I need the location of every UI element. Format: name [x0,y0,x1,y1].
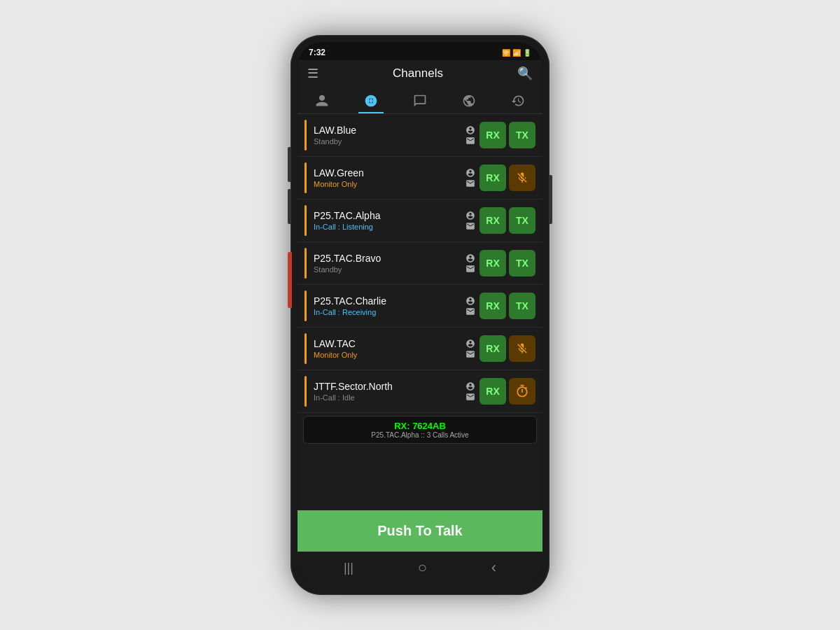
channel-controls: RXTX [465,250,536,276]
menu-button[interactable]: ☰ [307,66,318,81]
channel-info: JTTF.Sector.NorthIn-Call : Idle [314,381,461,402]
channel-accent-bar [304,120,307,150]
envelope-icon [465,308,475,316]
channel-info: P25.TAC.CharlieIn-Call : Receiving [314,295,461,316]
channel-controls: RXTX [465,207,536,234]
channel-controls: RX [465,378,536,405]
active-call-bar: RX: 7624AB P25.TAC.Alpha :: 3 Calls Acti… [303,416,537,444]
wifi-icon: 🛜 [502,49,510,57]
timer-button[interactable] [509,378,536,405]
tab-channels[interactable] [356,90,386,113]
rx-button[interactable]: RX [479,293,506,319]
status-icons: 🛜 📶 🔋 [502,49,531,57]
home-button[interactable]: ○ [418,559,427,577]
channel-icon-group [465,125,475,146]
channel-type-icon [465,296,475,307]
channel-icon-group [465,211,475,231]
channel-status: Monitor Only [314,180,461,188]
channel-accent-bar [304,248,307,279]
tx-button[interactable]: TX [509,207,536,234]
tab-messages[interactable] [405,90,435,113]
battery-icon: 🔋 [523,49,531,57]
channel-row[interactable]: P25.TAC.CharlieIn-Call : ReceivingRXTX [298,285,542,328]
back-button[interactable]: ‹ [491,559,496,577]
channel-icon-group [465,296,475,316]
radio-icon [364,94,378,108]
recent-apps-button[interactable]: ||| [344,561,354,575]
tab-contacts[interactable] [307,90,337,113]
channel-name: P25.TAC.Bravo [314,253,461,264]
channel-row[interactable]: LAW.TACMonitor OnlyRX [298,328,542,370]
channel-type-icon [465,253,475,265]
rx-button[interactable]: RX [479,378,506,405]
channel-info: P25.TAC.AlphaIn-Call : Listening [314,210,461,231]
volume-down-button[interactable] [288,189,290,224]
rx-button[interactable]: RX [479,207,506,234]
envelope-icon [465,180,475,188]
signal-icon: 📶 [512,49,521,57]
channel-info: LAW.BlueStandby [314,125,461,146]
tab-history[interactable] [503,90,533,113]
channel-list: LAW.BlueStandbyRXTXLAW.GreenMonitor Only… [298,114,542,510]
channel-type-icon [465,168,475,179]
channel-row[interactable]: LAW.GreenMonitor OnlyRX [298,157,542,200]
channel-type-icon [465,382,475,393]
channel-status: Standby [314,137,461,146]
channel-row[interactable]: JTTF.Sector.NorthIn-Call : IdleRX [298,370,542,413]
rx-button[interactable]: RX [479,164,506,191]
phone-screen: 7:32 🛜 📶 🔋 ☰ Channels 🔍 [298,42,542,588]
power-button[interactable] [550,175,552,224]
globe-icon [462,94,476,108]
channel-accent-bar [304,333,307,364]
channel-type-icon [465,125,475,136]
channel-type-icon [465,339,475,350]
muted-mic-button[interactable] [509,164,536,191]
channel-controls: RX [465,164,536,191]
envelope-icon [465,351,475,359]
envelope-icon [465,137,475,146]
channel-row[interactable]: LAW.BlueStandbyRXTX [298,114,542,157]
phone-device: 7:32 🛜 📶 🔋 ☰ Channels 🔍 [290,35,550,595]
svg-point-0 [370,99,373,103]
channel-status: In-Call : Receiving [314,308,461,316]
volume-up-button[interactable] [288,147,290,182]
muted-mic-button[interactable] [509,335,536,362]
channel-name: JTTF.Sector.North [314,381,461,392]
channel-info: LAW.GreenMonitor Only [314,167,461,188]
history-icon [511,94,525,108]
app-header: ☰ Channels 🔍 [298,60,542,87]
rx-button[interactable]: RX [479,122,506,148]
channel-info: LAW.TACMonitor Only [314,338,461,359]
status-bar: 7:32 🛜 📶 🔋 [298,42,542,60]
tx-button[interactable]: TX [509,250,536,276]
channel-status: In-Call : Listening [314,223,461,231]
ptt-side-button[interactable] [288,252,292,308]
channel-status: In-Call : Idle [314,393,461,402]
page-title: Channels [393,66,443,80]
tx-button[interactable]: TX [509,293,536,319]
envelope-icon [465,393,475,402]
envelope-icon [465,223,475,231]
channel-row[interactable]: P25.TAC.BravoStandbyRXTX [298,242,542,285]
channel-name: LAW.Green [314,167,461,178]
channel-row[interactable]: P25.TAC.AlphaIn-Call : ListeningRXTX [298,200,542,242]
tx-button[interactable]: TX [509,122,536,148]
envelope-icon [465,265,475,274]
active-call-rx-id: RX: 7624AB [311,421,529,431]
channel-controls: RX [465,335,536,362]
channel-name: LAW.TAC [314,338,461,349]
channel-info: P25.TAC.BravoStandby [314,253,461,274]
channel-icon-group [465,253,475,274]
channel-name: P25.TAC.Alpha [314,210,461,221]
channel-accent-bar [304,290,307,321]
rx-button[interactable]: RX [479,250,506,276]
push-to-talk-button[interactable]: Push To Talk [298,510,542,552]
channel-accent-bar [304,162,307,193]
active-call-subtext: P25.TAC.Alpha :: 3 Calls Active [311,431,529,439]
rx-button[interactable]: RX [479,335,506,362]
bottom-nav: ||| ○ ‹ [298,552,542,588]
channel-type-icon [465,211,475,222]
tab-globe[interactable] [454,90,484,113]
channel-name: P25.TAC.Charlie [314,295,461,307]
search-button[interactable]: 🔍 [517,66,533,81]
